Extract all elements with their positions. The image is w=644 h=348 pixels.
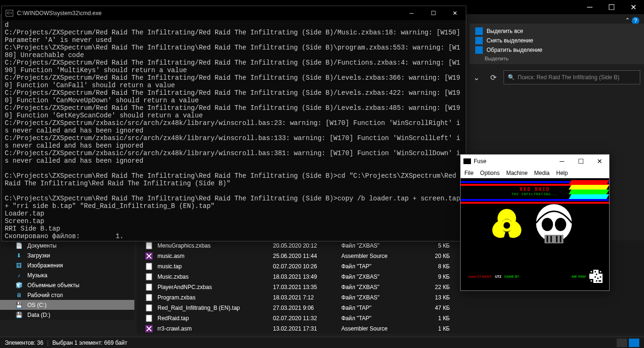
explorer-toolbar: ⌄ ⟳ 🔍 Поиск: Red Raid The Infiltrating (… [470, 70, 640, 85]
sidebar-item-2[interactable]: 🖼Изображения [0, 260, 134, 270]
skull-helmet-icon [530, 202, 578, 249]
file-date: 02.07.2020 10:26 [273, 263, 341, 270]
file-date: 17.03.2021 13:35 [273, 284, 341, 290]
search-placeholder: Поиск: Red Raid The Infiltrating (Side B… [518, 74, 619, 81]
svg-rect-28 [597, 278, 599, 279]
qr-code-icon [589, 270, 603, 283]
fuse-emulator-screen[interactable]: RED RAID THE INFILTRATING... boriel ZX B… [461, 178, 609, 290]
file-icon [144, 325, 154, 332]
biohazard-icon [483, 202, 530, 249]
sidebar-label: OS (C:) [27, 302, 47, 308]
file-type: Assembler Source [341, 325, 414, 332]
file-date: 25.06.2020 11:44 [273, 253, 341, 259]
file-size: 22 КБ [414, 284, 450, 290]
invert-selection-button[interactable]: Обратить выделение [470, 45, 644, 55]
sidebar-label: Музыка [27, 272, 47, 279]
file-type: Файл "ZXBAS" [341, 294, 414, 301]
file-row[interactable]: RedRaid.tap02.07.2020 11:32Файл "TAP"1 К… [137, 313, 644, 323]
sidebar-icon: 💾 [15, 311, 23, 319]
file-size: 47 КБ [414, 305, 450, 311]
file-icon [144, 273, 154, 281]
ribbon-select-group: Выделить все Снять выделение Обратить вы… [470, 24, 644, 64]
cmd-titlebar[interactable]: C:\ C:\WINDOWS\system32\cmd.exe ─ ☐ ✕ [2, 6, 466, 20]
sidebar-item-0[interactable]: 📄Документы [0, 240, 134, 250]
fuse-window: Fuse ─ ☐ ✕ FileOptionsMachineMediaHelp R… [460, 154, 610, 291]
file-name: music.tap [157, 263, 273, 270]
select-none-button[interactable]: Снять выделение [470, 36, 644, 45]
file-icon [144, 263, 154, 270]
explorer-maximize-button[interactable]: ☐ [601, 0, 622, 14]
svg-rect-20 [591, 271, 592, 273]
file-type: Файл "ZXBAS" [341, 284, 414, 290]
fuse-maximize-button[interactable]: ☐ [571, 155, 590, 168]
game-subtitle: THE INFILTRATING... [461, 192, 609, 196]
fuse-close-button[interactable]: ✕ [590, 155, 609, 168]
svg-rect-27 [594, 276, 596, 278]
sidebar-item-3[interactable]: ♪Музыка [0, 270, 134, 280]
status-item-count: Элементов: 36 [5, 340, 43, 346]
sidebar-item-6[interactable]: 💾OS (C:) [0, 300, 134, 310]
fuse-minimize-button[interactable]: ─ [553, 155, 571, 168]
cmd-maximize-button[interactable]: ☐ [422, 6, 444, 20]
fuse-menu-file[interactable]: File [464, 170, 473, 176]
fuse-menu-help[interactable]: Help [556, 170, 568, 176]
fuse-titlebar[interactable]: Fuse ─ ☐ ✕ [461, 155, 609, 168]
fuse-menu-machine[interactable]: Machine [506, 170, 528, 176]
sidebar-icon: 🧊 [15, 282, 23, 289]
file-size: 13 КБ [414, 294, 450, 301]
view-icons-button[interactable] [629, 339, 639, 347]
dropdown-icon[interactable]: ⌄ [470, 71, 483, 84]
file-icon [144, 304, 154, 312]
svg-rect-30 [596, 280, 597, 282]
select-all-button[interactable]: Выделить все [470, 26, 644, 36]
status-divider: | [47, 340, 49, 346]
sidebar-icon: 💾 [15, 301, 23, 309]
invert-selection-label: Обратить выделение [487, 47, 543, 53]
fuse-app-icon [463, 158, 471, 164]
file-name: MenuGraphics.zxbas [157, 242, 273, 249]
file-type: Файл "ZXBAS" [341, 273, 414, 280]
sidebar-label: Документы [27, 242, 57, 249]
svg-point-9 [502, 221, 512, 230]
file-row[interactable]: Red_Raid_Infiltrating_B (EN).tap27.03.20… [137, 303, 644, 313]
refresh-button[interactable]: ⟳ [487, 71, 500, 84]
file-name: rr3-crawl.asm [157, 325, 273, 332]
cmd-app-icon: C:\ [6, 10, 13, 17]
file-row[interactable]: rr3-crawl.asm13.02.2021 17:31Assembler S… [137, 323, 644, 334]
file-size: 1 КБ [414, 325, 450, 332]
file-name: RedRaid.tap [157, 315, 273, 322]
file-icon [144, 252, 154, 260]
game-footer: boriel ZX BASIC UTZ GAME BY 48K RAM [468, 271, 602, 282]
explorer-minimize-button[interactable]: ─ [579, 0, 601, 14]
svg-rect-2 [146, 263, 152, 270]
cmd-output[interactable]: d C:/Projects/ZXSpectrum/Red Raid The In… [2, 20, 466, 241]
view-details-button[interactable] [617, 339, 627, 347]
fuse-menu-media[interactable]: Media [534, 170, 550, 176]
ribbon-collapse-icon[interactable]: ⌃ [625, 17, 630, 24]
file-row[interactable]: Program.zxbas18.03.2021 7:12Файл "ZXBAS"… [137, 292, 644, 303]
file-type: Файл "TAP" [341, 315, 414, 322]
file-size: 5 КБ [414, 242, 450, 249]
explorer-close-button[interactable]: ✕ [622, 0, 644, 14]
cmd-close-button[interactable]: ✕ [444, 6, 466, 20]
sidebar-label: Data (D:) [27, 312, 50, 318]
sidebar-item-4[interactable]: 🧊Объемные объекты [0, 280, 134, 290]
svg-point-12 [555, 218, 566, 231]
invert-selection-icon [475, 46, 483, 54]
file-icon [144, 315, 154, 322]
svg-rect-29 [600, 276, 601, 278]
sidebar-item-7[interactable]: 💾Data (D:) [0, 310, 134, 320]
cmd-minimize-button[interactable]: ─ [401, 6, 422, 20]
sidebar-label: Загрузки [27, 252, 50, 259]
ribbon-group-label: Выделить [470, 55, 644, 61]
explorer-statusbar: Элементов: 36 | Выбран 1 элемент: 669 ба… [0, 337, 644, 348]
sidebar-item-1[interactable]: ⬇Загрузки [0, 250, 134, 260]
file-date: 27.03.2021 9:06 [273, 305, 341, 311]
sidebar-item-5[interactable]: 🖥Рабочий стол [0, 290, 134, 300]
search-input[interactable]: 🔍 Поиск: Red Raid The Infiltrating (Side… [504, 70, 640, 84]
fuse-menu-options[interactable]: Options [480, 170, 499, 176]
svg-rect-24 [591, 280, 592, 282]
explorer-sidebar: 📄Документы⬇Загрузки🖼Изображения♪Музыка🧊О… [0, 240, 134, 320]
fuse-title: Fuse [474, 158, 553, 165]
select-none-icon [475, 37, 483, 44]
